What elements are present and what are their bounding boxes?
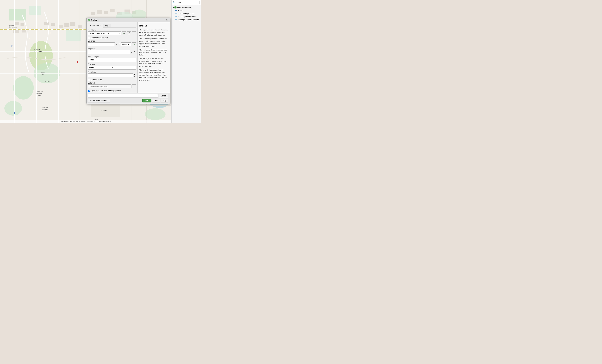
distance-clear-button[interactable]: ✕	[115, 42, 118, 46]
svg-text:Course: Course	[37, 95, 41, 96]
tree-item-buffer[interactable]: Buffer	[172, 9, 201, 12]
tree-category-vector-geometry: ▶ Vector geometry	[172, 6, 201, 9]
miter-limit-input[interactable]: 2.000000	[88, 74, 133, 77]
more-options-button[interactable]: …	[132, 31, 136, 35]
svg-rect-9	[21, 23, 24, 26]
segments-row: 30 ✕ ▲ ▼	[88, 50, 136, 54]
qgis-icon	[174, 6, 176, 9]
edit-icon	[128, 32, 130, 34]
search-icon: 🔍	[173, 1, 175, 4]
multi-ring-icon: ⚙	[175, 16, 177, 18]
end-cap-dropdown[interactable]: Round ▼	[88, 58, 136, 62]
select-on-map-button[interactable]	[122, 31, 126, 35]
dialog-title-area: ◉ Buffer	[88, 19, 97, 21]
close-button[interactable]: Close	[152, 99, 160, 103]
segments-clear-button[interactable]: ✕	[130, 50, 133, 54]
segments-down-button[interactable]: ▼	[133, 52, 136, 54]
selected-features-label[interactable]: Selected features only	[91, 37, 108, 39]
distance-unit-combo[interactable]: meters ▼	[121, 42, 131, 46]
distance-spinbox[interactable]: 2000.000000 ✕ ▲ ▼	[88, 42, 120, 46]
selected-features-checkbox[interactable]	[88, 37, 90, 39]
distance-spinbox-buttons: ▲ ▼	[118, 42, 120, 46]
tree-item-rectangles[interactable]: ⚙ Rectangles, ovals, diamond	[172, 18, 201, 21]
search-bar: 🔍	[172, 0, 201, 5]
svg-text:Mystic: Mystic	[41, 72, 45, 73]
tab-log[interactable]: Log	[103, 24, 111, 27]
svg-text:View Elemento: View Elemento	[9, 26, 17, 28]
dissolve-checkbox[interactable]	[88, 79, 90, 81]
svg-text:Uplands: Uplands	[43, 107, 48, 109]
join-style-group: Join style Round ▼	[88, 63, 136, 70]
help-para-2: The end cap style parameter controls how…	[139, 49, 168, 56]
distance-icon	[133, 43, 135, 45]
wedge-icon: ⚙	[175, 12, 177, 15]
buffered-input[interactable]	[88, 84, 131, 88]
dialog-icon: ◉	[88, 19, 90, 21]
run-batch-button[interactable]: Run as Batch Process...	[88, 99, 110, 103]
map-select-icon	[123, 32, 125, 34]
buffer-dialog: ◉ Buffer ✕ Parameters Log Input layer ce…	[86, 18, 170, 104]
svg-text:The Naze: The Naze	[100, 110, 107, 112]
dialog-close-button[interactable]: ✕	[165, 19, 168, 21]
distance-down-button[interactable]: ▼	[118, 44, 120, 46]
svg-rect-17	[78, 25, 82, 28]
dissolve-row: Dissolve result	[88, 79, 136, 81]
run-button[interactable]: Run	[142, 99, 151, 103]
svg-rect-11	[22, 29, 26, 32]
rect-icon: ⚙	[175, 19, 177, 21]
open-output-checkbox[interactable]	[88, 90, 90, 92]
segments-group: Segments 30 ✕ ▲ ▼	[88, 48, 136, 54]
edit-layer-button[interactable]	[127, 31, 131, 35]
miter-limit-spinbox[interactable]: 2.000000 ▲ ▼	[88, 73, 136, 77]
svg-text:Vale: Vale	[41, 74, 44, 75]
category-label: Vector geometry	[177, 6, 192, 9]
buffered-browse-button[interactable]: …	[131, 84, 136, 88]
help-para-4: The miter limit parameter is only applic…	[139, 69, 168, 81]
help-para-1: The segments parameter controls the numb…	[139, 37, 168, 48]
tab-parameters[interactable]: Parameters	[88, 24, 103, 28]
end-cap-arrow-icon: ▼	[112, 59, 135, 61]
unit-arrow-icon: ▼	[128, 44, 130, 45]
distance-up-button[interactable]: ▲	[118, 42, 120, 44]
tree-item-multi-ring[interactable]: ⚙ Multi-ring buffer (constant	[172, 15, 201, 18]
segments-input[interactable]: 30	[88, 51, 130, 53]
search-input[interactable]	[176, 1, 200, 4]
svg-text:Henderson: Henderson	[37, 91, 43, 93]
input-layer-group: Input layer center_point [EPSG:3857] ▼	[88, 29, 136, 35]
segments-spinbox-buttons: ▲ ▼	[133, 50, 136, 54]
svg-text:Golf Club: Golf Club	[42, 109, 48, 111]
combo-arrow-icon: ▼	[118, 33, 121, 34]
svg-rect-10	[13, 29, 19, 33]
distance-unit-value: meters	[122, 43, 127, 45]
svg-rect-46	[97, 10, 102, 14]
svg-rect-47	[104, 11, 108, 14]
dialog-parameters-pane: Parameters Log Input layer center_point …	[86, 22, 138, 93]
svg-point-66	[123, 33, 124, 34]
distance-input[interactable]: 2000.000000	[88, 43, 115, 46]
end-cap-group: End cap style Round ▼	[88, 55, 136, 62]
end-cap-value: Round	[89, 59, 112, 61]
footer-buttons: Run as Batch Process... Run Close Help	[88, 99, 168, 103]
miter-limit-down-button[interactable]: ▼	[133, 75, 136, 77]
distance-extra-button[interactable]	[132, 42, 136, 46]
svg-text:University: University	[34, 48, 42, 50]
dialog-titlebar: ◉ Buffer ✕	[86, 18, 170, 22]
segments-up-button[interactable]: ▲	[133, 50, 136, 52]
distance-row: 2000.000000 ✕ ▲ ▼ meters ▼	[88, 42, 136, 46]
miter-limit-row: 2.000000 ▲ ▼	[88, 73, 136, 77]
svg-rect-45	[91, 12, 95, 15]
distance-label: Distance	[88, 40, 136, 42]
input-layer-combo[interactable]: center_point [EPSG:3857] ▼	[88, 31, 121, 35]
miter-limit-up-button[interactable]: ▲	[133, 73, 136, 75]
segments-spinbox[interactable]: 30 ✕ ▲ ▼	[88, 50, 136, 54]
progress-row: 0% Cancel	[88, 94, 168, 98]
help-button[interactable]: Help	[161, 99, 168, 103]
join-style-dropdown[interactable]: Round ▼	[88, 66, 136, 70]
buffered-label: Buffered	[88, 82, 136, 84]
input-layer-row: center_point [EPSG:3857] ▼	[88, 31, 136, 35]
dissolve-label[interactable]: Dissolve result	[91, 79, 102, 81]
footer-left-buttons: Run as Batch Process...	[88, 99, 110, 103]
cancel-button[interactable]: Cancel	[159, 94, 168, 98]
tree-item-create-wedge[interactable]: ⚙ Create wedge buffers	[172, 12, 201, 15]
open-output-label[interactable]: Open output file after running algorithm	[91, 90, 121, 92]
